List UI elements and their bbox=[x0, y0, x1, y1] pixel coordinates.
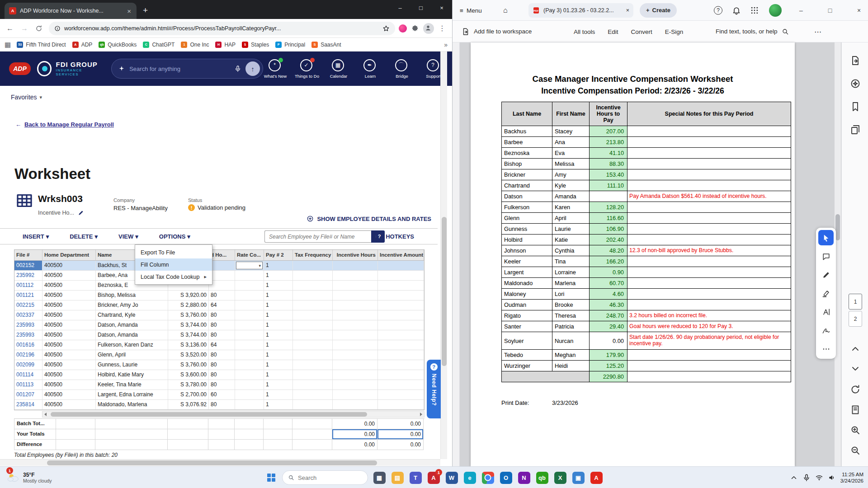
toolbar-edit[interactable]: Edit bbox=[608, 28, 618, 35]
more-options-icon[interactable]: ⋯ bbox=[814, 27, 821, 36]
comment-tool[interactable] bbox=[818, 249, 834, 264]
page-horizontal-scrollbar[interactable] bbox=[0, 459, 440, 466]
page-vertical-scrollbar[interactable] bbox=[440, 52, 447, 459]
reload-button[interactable] bbox=[33, 22, 45, 35]
browser-menu-icon[interactable]: ⋮ bbox=[436, 22, 448, 35]
file-number-cell[interactable]: 235814 bbox=[14, 400, 42, 409]
taskbar-word[interactable]: W bbox=[443, 469, 461, 487]
file-number-cell[interactable]: 002215 bbox=[14, 300, 42, 310]
fit-page-button[interactable] bbox=[850, 404, 861, 415]
taskbar-excel[interactable]: X bbox=[551, 469, 569, 487]
menu-item-local-tax-code-lookup[interactable]: Local Tax Code Lookup▸ bbox=[135, 271, 212, 283]
column-header[interactable]: Incentive Hours bbox=[333, 250, 378, 261]
previous-page-icon[interactable] bbox=[850, 343, 861, 354]
file-number-cell[interactable]: 002152 bbox=[14, 261, 42, 270]
menu-item-fill-column[interactable]: Fill Column bbox=[135, 258, 212, 271]
toolbar-convert[interactable]: Convert bbox=[631, 28, 652, 35]
grid-row[interactable]: 002196400500Glenn, AprilS 3,520.00801 bbox=[14, 350, 424, 360]
start-button[interactable] bbox=[263, 469, 280, 486]
extension-pinned-icon[interactable] bbox=[399, 24, 407, 33]
extensions-puzzle-icon[interactable] bbox=[409, 22, 421, 35]
file-number-cell[interactable]: 235993 bbox=[14, 320, 42, 330]
document-tab[interactable]: PDF (Pay 3) 01.23.26 - 03.22.2... × bbox=[528, 3, 633, 18]
scroll-left-icon[interactable] bbox=[42, 412, 48, 417]
bookmark-item[interactable]: HHAP bbox=[212, 40, 239, 49]
options-menu-button[interactable]: OPTIONS▾ bbox=[159, 233, 190, 240]
adp-nav-things-to-do[interactable]: ✓Things to Do bbox=[295, 59, 319, 79]
taskbar-clock[interactable]: 11:25 AM 3/24/2026 bbox=[840, 471, 865, 484]
bookmark-item[interactable]: AADP bbox=[69, 40, 96, 49]
create-button[interactable]: + Create bbox=[640, 3, 677, 18]
page-thumbnail-1[interactable]: 1 bbox=[849, 294, 862, 310]
notifications-bell-icon[interactable] bbox=[732, 6, 741, 15]
help-icon[interactable]: ? bbox=[714, 6, 722, 14]
file-number-cell[interactable]: 001113 bbox=[14, 380, 42, 389]
taskbar-edge[interactable]: e bbox=[461, 469, 479, 487]
left-panel-strip[interactable] bbox=[453, 42, 460, 466]
bookmark-item[interactable]: 1One Inc bbox=[178, 40, 212, 49]
taskbar-search[interactable] bbox=[282, 470, 368, 485]
taskbar-outlook[interactable]: O bbox=[497, 469, 515, 487]
column-header[interactable]: Rate Co... bbox=[235, 250, 264, 261]
zoom-out-button[interactable] bbox=[850, 445, 861, 456]
more-tools[interactable] bbox=[818, 341, 834, 357]
network-button[interactable] bbox=[815, 474, 823, 482]
column-header[interactable]: Pay # 2 bbox=[264, 250, 293, 261]
taskbar-onenote[interactable]: N bbox=[515, 469, 533, 487]
search-submit-button[interactable]: ↑ bbox=[245, 61, 260, 76]
employee-search-input[interactable] bbox=[264, 230, 371, 243]
file-number-cell[interactable]: 001616 bbox=[14, 340, 42, 350]
fill-sign-tool[interactable] bbox=[818, 323, 834, 338]
bookmark-item[interactable]: SStaples bbox=[239, 40, 272, 49]
view-menu-button[interactable]: VIEW▾ bbox=[118, 233, 138, 240]
grid-row[interactable]: 001121400500Bishop, MelissaS 3,920.00801 bbox=[14, 291, 424, 300]
volume-button[interactable] bbox=[828, 474, 836, 482]
file-number-cell[interactable]: 235993 bbox=[14, 330, 42, 340]
delete-menu-button[interactable]: DELETE▾ bbox=[70, 233, 98, 240]
adp-nav-bridge[interactable]: ⌒Bridge bbox=[390, 59, 414, 79]
bookmark-item[interactable]: 53Fifth Third Direct bbox=[14, 40, 69, 49]
profile-avatar[interactable] bbox=[423, 23, 434, 34]
file-number-cell[interactable]: 001207 bbox=[14, 390, 42, 399]
add-file-button[interactable]: Add file to workspace bbox=[462, 28, 532, 36]
edit-pencil-icon[interactable] bbox=[78, 210, 84, 216]
tab-close-icon[interactable]: × bbox=[626, 7, 629, 14]
adp-nav-calendar[interactable]: ▦Calendar bbox=[326, 59, 351, 79]
browser-tab[interactable]: A ADP Workforce Now - Workshe... × bbox=[5, 3, 137, 19]
bookmarks-button[interactable] bbox=[850, 101, 861, 112]
menu-item-export-to-file[interactable]: Export To File bbox=[135, 246, 212, 258]
minimize-button[interactable]: – bbox=[794, 7, 808, 14]
grid-row[interactable]: 235993400500Datson, AmandaS 3,744.00801 bbox=[14, 320, 424, 330]
scrollbar-thumb[interactable] bbox=[47, 460, 377, 465]
bookmark-item[interactable]: CChatGPT bbox=[140, 40, 178, 49]
scroll-right-icon[interactable] bbox=[418, 412, 424, 417]
taskbar-quickbooks[interactable]: qb bbox=[533, 469, 551, 487]
adp-logo[interactable]: ADP bbox=[9, 62, 31, 75]
toolbar-e-sign[interactable]: E-Sign bbox=[665, 28, 684, 35]
grid-row[interactable]: 001114400500Holbird, Katie MaryS 3,600.0… bbox=[14, 370, 424, 380]
grid-row[interactable]: 235992400500Barbee, Ana1 bbox=[14, 271, 424, 281]
highlight-tool[interactable] bbox=[818, 286, 834, 301]
grid-row[interactable]: 001207400500Largent, Edna LorraineS 2,70… bbox=[14, 390, 424, 400]
scrollbar-thumb[interactable] bbox=[51, 412, 367, 417]
address-bar[interactable]: workforcenow.adp.com/theme/admin.html#/P… bbox=[49, 22, 395, 35]
file-number-cell[interactable]: 001121 bbox=[14, 291, 42, 300]
taskbar-search-input[interactable] bbox=[298, 474, 352, 481]
select-tool[interactable] bbox=[818, 230, 834, 245]
bookmarks-overflow-icon[interactable]: » bbox=[444, 41, 448, 48]
rate-code-dropdown[interactable]: ▾ bbox=[236, 262, 263, 269]
totals-incentive-hours[interactable]: 0.00 bbox=[332, 429, 377, 440]
taskbar-remote-desktop[interactable]: ▣ bbox=[569, 469, 587, 487]
grid-row[interactable]: 235993400500Datson, AmandaS 3,744.00801 bbox=[14, 330, 424, 340]
grid-row[interactable]: 002337400500Chartrand, KyleS 3,760.00801 bbox=[14, 310, 424, 320]
column-header[interactable]: File # bbox=[14, 250, 42, 261]
file-number-cell[interactable]: 001112 bbox=[14, 281, 42, 290]
grid-row[interactable]: 002099400500Gunness, LaurieS 3,760.00801 bbox=[14, 360, 424, 370]
ai-assistant-button[interactable] bbox=[850, 78, 861, 89]
global-search-input[interactable] bbox=[129, 66, 230, 72]
zoom-in-button[interactable] bbox=[850, 425, 861, 436]
hotkeys-link[interactable]: ? HOTKEYS bbox=[376, 233, 414, 240]
forward-button[interactable]: → bbox=[18, 22, 31, 35]
need-help-tab[interactable]: ? Need Help? bbox=[427, 360, 441, 418]
file-number-cell[interactable]: 002337 bbox=[14, 310, 42, 320]
